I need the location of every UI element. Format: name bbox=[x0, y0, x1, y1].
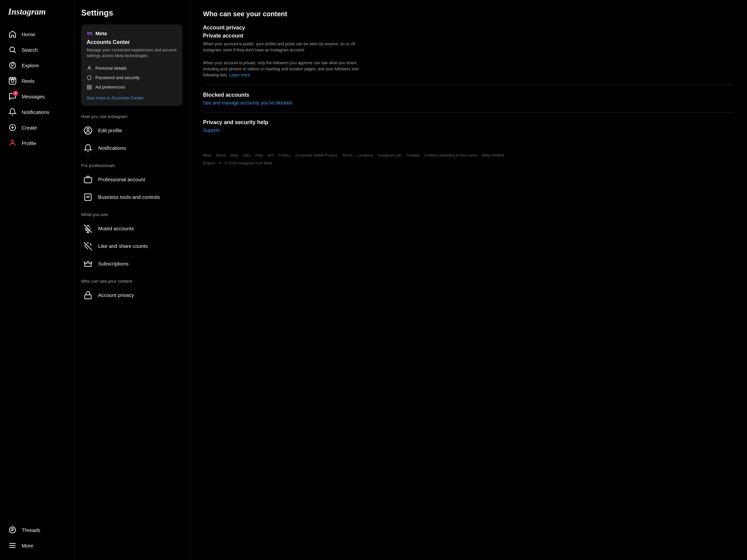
meta-logo-icon bbox=[87, 30, 93, 37]
meta-personal-label: Personal details bbox=[95, 66, 127, 71]
menu-business-tools-label: Business tools and controls bbox=[98, 194, 160, 200]
footer-bottom: English ∨ © 2024 Instagram from Meta bbox=[203, 161, 733, 165]
reels-icon bbox=[8, 76, 17, 85]
person-icon bbox=[87, 66, 92, 71]
sidebar-item-messages[interactable]: 3 Messages bbox=[4, 89, 70, 104]
mute-icon bbox=[83, 223, 93, 234]
sidebar-item-create[interactable]: Create bbox=[4, 120, 70, 135]
blocked-accounts-link[interactable]: See and manage accounts you've blocked bbox=[203, 100, 733, 106]
main-content: Settings Meta Accounts Center Manage you… bbox=[74, 0, 747, 560]
sidebar-label-threads: Threads bbox=[22, 527, 40, 533]
shield-icon bbox=[87, 75, 92, 80]
sidebar-item-notifications[interactable]: Notifications bbox=[4, 104, 70, 120]
meta-logo-text: Meta bbox=[95, 30, 107, 36]
notifications-icon bbox=[8, 108, 17, 116]
sidebar-item-explore[interactable]: Explore bbox=[4, 57, 70, 73]
learn-more-link[interactable]: Learn more bbox=[229, 73, 250, 77]
svg-marker-3 bbox=[11, 63, 14, 67]
support-link[interactable]: Support bbox=[203, 127, 733, 133]
meta-ad-preferences[interactable]: Ad preferences bbox=[87, 83, 177, 92]
footer-links: MetaAboutBlogJobsHelpAPIPrivacyConsumer … bbox=[203, 153, 733, 157]
bell-icon bbox=[83, 143, 93, 154]
footer-link-item[interactable]: Privacy bbox=[278, 153, 291, 157]
divider-1 bbox=[203, 85, 733, 85]
meta-see-more-link[interactable]: See more in Accounts Center bbox=[87, 95, 177, 100]
sidebar-item-more[interactable]: More bbox=[4, 538, 70, 553]
menu-notifications[interactable]: Notifications bbox=[81, 139, 182, 157]
settings-panel: Settings Meta Accounts Center Manage you… bbox=[74, 0, 189, 560]
messages-icon: 3 bbox=[8, 92, 17, 101]
meta-password-security[interactable]: Password and security bbox=[87, 73, 177, 83]
svg-point-0 bbox=[10, 47, 15, 52]
menu-like-share-label: Like and share counts bbox=[98, 243, 148, 249]
footer-link-item[interactable]: Contact Uploading & Non-Users bbox=[425, 153, 478, 157]
menu-professional-account-label: Professional account bbox=[98, 177, 145, 182]
menu-account-privacy[interactable]: Account privacy bbox=[81, 286, 182, 304]
lock-icon bbox=[83, 290, 93, 301]
footer-link-item[interactable]: API bbox=[268, 153, 274, 157]
menu-edit-profile-label: Edit profile bbox=[98, 127, 122, 133]
menu-notifications-label: Notifications bbox=[98, 145, 126, 151]
meta-ad-label: Ad preferences bbox=[95, 85, 125, 90]
svg-rect-20 bbox=[90, 88, 91, 89]
footer-link-item[interactable]: Help bbox=[255, 153, 263, 157]
footer-link-item[interactable]: Terms bbox=[342, 153, 353, 157]
footer-link-item[interactable]: Threads bbox=[406, 153, 420, 157]
copyright: © 2024 Instagram from Meta bbox=[225, 161, 272, 165]
sidebar-label-explore: Explore bbox=[22, 63, 39, 68]
account-privacy-desc-private: When your account is private, only the f… bbox=[203, 60, 372, 78]
sidebar-label-notifications: Notifications bbox=[22, 109, 49, 115]
svg-rect-18 bbox=[87, 85, 89, 87]
svg-line-1 bbox=[14, 51, 16, 53]
section-label-who-can-see: Who can see your content bbox=[81, 279, 182, 284]
sidebar-item-home[interactable]: Home bbox=[4, 26, 70, 42]
blocked-accounts-section: Blocked accounts See and manage accounts… bbox=[203, 92, 733, 106]
language-selector[interactable]: English bbox=[203, 161, 215, 165]
briefcase-icon bbox=[83, 174, 93, 185]
footer-link-item[interactable]: Instagram Lite bbox=[378, 153, 402, 157]
menu-muted-accounts-label: Muted accounts bbox=[98, 226, 134, 231]
menu-professional-account[interactable]: Professional account bbox=[81, 171, 182, 188]
sidebar-label-more: More bbox=[22, 543, 33, 549]
grid-icon bbox=[87, 85, 92, 90]
footer-link-item[interactable]: Meta Verified bbox=[482, 153, 504, 157]
svg-point-23 bbox=[87, 128, 89, 131]
footer-link-item[interactable]: Meta bbox=[203, 153, 211, 157]
sidebar-item-profile[interactable]: Profile bbox=[4, 135, 70, 151]
heart-off-icon bbox=[83, 241, 93, 252]
menu-edit-profile[interactable]: Edit profile bbox=[81, 122, 182, 139]
footer-link-item[interactable]: Blog bbox=[230, 153, 238, 157]
section-label-how: How you use Instagram bbox=[81, 114, 182, 119]
account-privacy-desc-public: When your account is public, your profil… bbox=[203, 41, 372, 53]
footer-link-item[interactable]: Jobs bbox=[243, 153, 250, 157]
footer-link-item[interactable]: About bbox=[216, 153, 226, 157]
settings-title: Settings bbox=[81, 8, 182, 18]
menu-subscriptions[interactable]: Subscriptions bbox=[81, 255, 182, 273]
menu-business-tools[interactable]: Business tools and controls bbox=[81, 188, 182, 206]
svg-rect-19 bbox=[90, 85, 91, 87]
sidebar-label-home: Home bbox=[22, 31, 35, 37]
crown-icon bbox=[83, 258, 93, 269]
section-label-professional: For professionals bbox=[81, 163, 182, 168]
sidebar-item-threads[interactable]: Threads bbox=[4, 522, 70, 538]
footer-link-item[interactable]: Locations bbox=[357, 153, 373, 157]
divider-2 bbox=[203, 112, 733, 113]
sidebar-item-search[interactable]: Search bbox=[4, 42, 70, 57]
create-icon bbox=[8, 123, 17, 132]
sidebar-item-reels[interactable]: Reels bbox=[4, 73, 70, 89]
meta-accounts-card: Meta Accounts Center Manage your connect… bbox=[81, 24, 182, 106]
account-privacy-section: Account privacy Private account When you… bbox=[203, 25, 733, 78]
footer-link-item[interactable]: Consumer Health Privacy bbox=[295, 153, 338, 157]
menu-muted-accounts[interactable]: Muted accounts bbox=[81, 220, 182, 237]
home-icon bbox=[8, 30, 17, 39]
meta-personal-details[interactable]: Personal details bbox=[87, 64, 177, 73]
privacy-help-section: Privacy and security help Support bbox=[203, 119, 733, 133]
meta-logo: Meta bbox=[87, 30, 177, 37]
footer: MetaAboutBlogJobsHelpAPIPrivacyConsumer … bbox=[203, 146, 733, 165]
menu-like-share-counts[interactable]: Like and share counts bbox=[81, 237, 182, 255]
section-label-see: What you see bbox=[81, 212, 182, 217]
menu-subscriptions-label: Subscriptions bbox=[98, 261, 129, 266]
account-privacy-title: Account privacy bbox=[203, 25, 733, 31]
svg-rect-28 bbox=[85, 295, 91, 299]
messages-badge: 3 bbox=[13, 91, 18, 96]
